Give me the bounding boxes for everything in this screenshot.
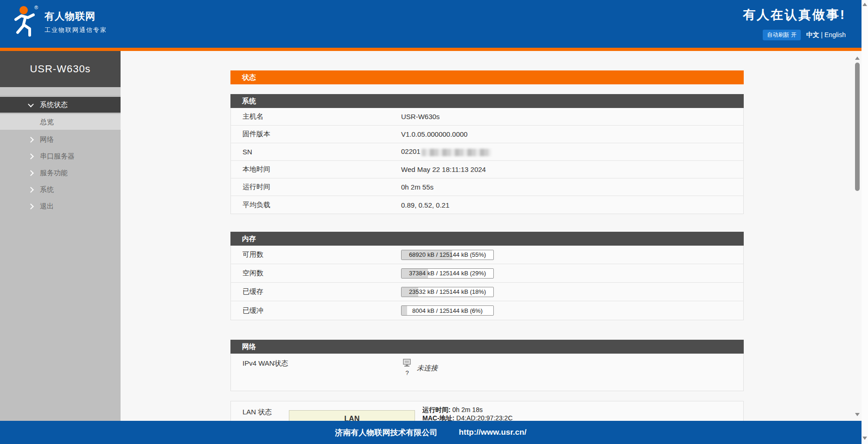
footer: 济南有人物联网技术有限公司 http://www.usr.cn/: [0, 421, 862, 444]
accent-stripe: [0, 48, 862, 51]
row-label: 固件版本: [231, 130, 401, 139]
table-row-available: 可用数 68920 kB / 125144 kB (55%): [231, 246, 743, 264]
row-label: 空闲数: [231, 269, 401, 278]
memory-section: 内存 可用数 68920 kB / 125144 kB (55%) 空闲数: [230, 232, 744, 320]
lan-info: 运行时间: 0h 2m 18s MAC-地址: D4:AD:20:97:23:2…: [422, 406, 513, 422]
sidebar-item-network[interactable]: 网络: [0, 131, 121, 148]
content-scrollbar[interactable]: [854, 51, 861, 421]
network-section-header: 网络: [230, 340, 744, 354]
scroll-down-arrow-icon[interactable]: [862, 437, 867, 440]
router-admin-page: ® 有人物联网 工业物联网通信专家 有人在认真做事! 自动刷新 开 中文 | E…: [0, 0, 868, 444]
scrollbar-thumb[interactable]: [855, 63, 860, 191]
row-label: 本地时间: [231, 165, 401, 174]
row-label: IPv4 WAN状态: [231, 354, 401, 368]
table-row-uptime: 运行时间 0h 2m 55s: [231, 178, 743, 196]
row-label: 已缓存: [231, 287, 401, 296]
memory-section-header: 内存: [230, 232, 744, 246]
usr-logo-icon: ®: [11, 4, 40, 40]
system-section-header: 系统: [230, 94, 744, 108]
brand-tagline: 工业物联网通信专家: [45, 26, 107, 34]
table-row-buffered: 已缓冲 8004 kB / 125144 kB (6%): [231, 301, 743, 320]
auto-refresh-toggle[interactable]: 自动刷新 开: [763, 30, 800, 40]
top-header: ® 有人物联网 工业物联网通信专家 有人在认真做事! 自动刷新 开 中文 | E…: [0, 0, 862, 48]
sidebar-item-system[interactable]: 系统: [0, 181, 121, 198]
chevron-right-icon: [28, 170, 34, 176]
lang-divider: |: [821, 31, 823, 38]
brand: ® 有人物联网 工业物联网通信专家: [11, 4, 107, 40]
network-section: 网络 IPv4 WAN状态: [230, 340, 744, 391]
table-row-free: 空闲数 37384 kB / 125144 kB (29%): [231, 264, 743, 283]
lan-uptime-label: 运行时间:: [422, 406, 451, 413]
sidebar-item-services[interactable]: 服务功能: [0, 165, 121, 181]
table-row-wan-status: IPv4 WAN状态 ?: [231, 354, 743, 391]
main-content: 状态 系统 主机名 USR-W630s 固件版本 V1.0.05.000000.…: [121, 51, 854, 444]
table-row-cached: 已缓存 23532 kB / 125144 kB (18%): [231, 283, 743, 301]
chevron-right-icon: [28, 187, 34, 193]
sidebar-item-logout[interactable]: 退出: [0, 198, 121, 215]
chevron-right-icon: [28, 203, 34, 209]
memory-progressbar: 37384 kB / 125144 kB (29%): [401, 268, 494, 279]
memory-progressbar: 23532 kB / 125144 kB (18%): [401, 287, 494, 297]
row-label: SN: [231, 148, 401, 156]
wan-unknown-mark: ?: [405, 369, 408, 376]
scroll-up-arrow-icon[interactable]: [855, 57, 860, 60]
device-title: USR-W630s: [0, 51, 121, 87]
page-title: 状态: [230, 70, 744, 84]
lang-english-link[interactable]: English: [824, 31, 846, 38]
table-row-local-time: 本地时间 Wed May 22 18:11:13 2024: [231, 161, 743, 178]
row-label: 可用数: [231, 250, 401, 259]
table-row-sn: SN 02201: [231, 143, 743, 161]
lan-status-label: LAN 状态: [243, 408, 272, 417]
sidebar-item-serial-server[interactable]: 串口服务器: [0, 148, 121, 165]
chevron-right-icon: [28, 137, 34, 143]
svg-text:®: ®: [34, 5, 38, 10]
wan-interface-icon: [402, 358, 412, 369]
row-label: 运行时间: [231, 183, 401, 191]
scroll-up-arrow-icon[interactable]: [862, 3, 867, 6]
footer-website-link[interactable]: http://www.usr.cn/: [459, 428, 527, 437]
row-value: 02201: [401, 147, 491, 156]
row-value: 0.89, 0.52, 0.21: [401, 201, 449, 209]
sidebar-item-overview[interactable]: 总览: [0, 114, 121, 130]
table-row-load-average: 平均负载 0.89, 0.52, 0.21: [231, 196, 743, 214]
lan-uptime-value: 0h 2m 18s: [453, 406, 483, 413]
row-label: 已缓冲: [231, 306, 401, 315]
sidebar-separator: [0, 87, 121, 95]
footer-company: 济南有人物联网技术有限公司: [335, 427, 438, 438]
row-label: 主机名: [231, 112, 401, 121]
sidebar: USR-W630s 系统状态 总览 网络 串口服务器 服务功能 系统 退出: [0, 51, 121, 444]
row-value: USR-W630s: [401, 113, 440, 121]
lang-chinese-link[interactable]: 中文: [806, 31, 819, 38]
row-value: V1.0.05.000000.0000: [401, 130, 467, 138]
sn-redacted-mask: [421, 149, 491, 156]
memory-progressbar: 8004 kB / 125144 kB (6%): [401, 305, 494, 316]
window-scrollbar[interactable]: [862, 0, 868, 444]
row-value: 0h 2m 55s: [401, 183, 434, 191]
scroll-down-arrow-icon[interactable]: [855, 413, 860, 416]
chevron-down-icon: [28, 101, 34, 107]
brand-name: 有人物联网: [45, 10, 107, 23]
slogan-text: 有人在认真做事!: [743, 6, 846, 23]
system-section: 系统 主机名 USR-W630s 固件版本 V1.0.05.000000.000…: [230, 94, 744, 214]
table-row-firmware: 固件版本 V1.0.05.000000.0000: [231, 126, 743, 143]
table-row-hostname: 主机名 USR-W630s: [231, 108, 743, 126]
row-label: 平均负载: [231, 201, 401, 209]
sidebar-item-system-status[interactable]: 系统状态: [0, 97, 121, 113]
wan-status-text: 未连接: [417, 364, 438, 373]
memory-progressbar: 68920 kB / 125144 kB (55%): [401, 250, 494, 260]
row-value: Wed May 22 18:11:13 2024: [401, 165, 486, 173]
chevron-right-icon: [28, 153, 34, 159]
